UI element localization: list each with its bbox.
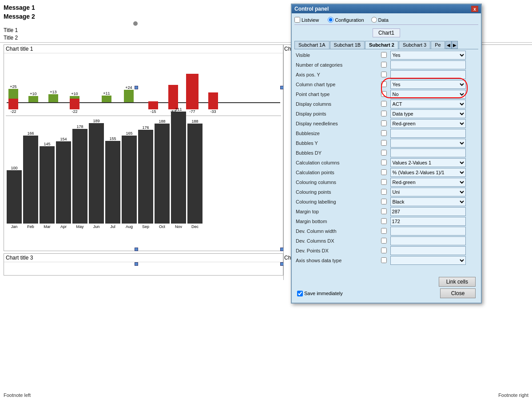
input-bubbles-dy[interactable] [390,148,466,157]
input-num-categories[interactable] [390,60,466,69]
cp-save-row: Save immediately Close [297,288,476,298]
close-icon[interactable]: x [471,6,478,12]
connector-dot-3 [135,248,138,251]
cb-colouring-points[interactable] [381,189,387,195]
select-point-chart-type[interactable]: NoYes [390,90,466,99]
select-bubbles-y[interactable] [390,139,466,148]
select-display-columns[interactable]: ACTData type [390,100,466,108]
chart-title-1: Chart title 1 [4,45,283,53]
input-margin-bottom[interactable] [390,217,466,226]
data-radio[interactable] [371,17,377,23]
cb-axis-shows-data-type[interactable] [381,257,387,263]
cb-margin-top[interactable] [381,208,387,214]
save-immediately-label[interactable]: Save immediately [297,291,343,296]
cp-top-options: Listview Configuration Data [294,15,478,25]
cb-dev-columns-dx[interactable] [381,238,387,244]
label-bubblesize: Bubblesize [294,128,379,138]
bar-jan: 100 Jan [7,166,22,229]
row-calc-columns: Calculation columns Values 2-Values 1 [294,158,478,168]
footnote-right: Footnote right [498,392,528,398]
select-column-chart-type[interactable]: YesNo [390,80,466,89]
link-cells-button[interactable]: Link cells [439,277,476,287]
label-dev-columns-dx: Dev. Columns DX [294,236,379,246]
cb-axis-pos-y[interactable] [381,72,387,77]
select-axis-shows-data-type[interactable] [390,256,466,265]
select-calc-points[interactable]: % (Values 2-Values 1)/1 [390,168,466,177]
select-colouring-columns[interactable]: Red-green [390,178,466,187]
configuration-radio[interactable] [328,17,333,23]
cb-display-needlelines[interactable] [381,120,387,126]
label-point-chart-type: Point chart type [294,89,379,99]
row-colouring-points: Colouring points Uni [294,187,478,197]
close-button[interactable]: Close [440,288,476,298]
listview-checkbox-label[interactable]: Listview [294,17,319,23]
tab-subchart-1a[interactable]: Subchart 1A [294,41,330,49]
data-radio-label[interactable]: Data [371,17,389,23]
input-dev-columns-dx[interactable] [390,236,466,245]
listview-checkbox[interactable] [294,17,300,23]
subchart-tabs: Subchart 1A Subchart 1B Subchart 2 Subch… [294,41,478,49]
input-bubblesize[interactable] [390,129,466,138]
tab-nav-left[interactable]: ◀ [445,41,452,49]
config-table: Visible YesNo Number of categories [294,50,478,265]
cb-display-points[interactable] [381,111,387,116]
bar-dec: 188 Dec [187,119,202,229]
select-colouring-points[interactable]: Uni [390,188,466,196]
tab-subchart-3[interactable]: Subchart 3 [399,41,430,49]
cb-margin-bottom[interactable] [381,218,387,224]
title-2: Title 2 [4,34,18,42]
cb-bubbles-y[interactable] [381,140,387,146]
waterfall-baseline [7,102,280,103]
wf-bar-6: -22 [70,99,79,114]
label-dev-col-width: Dev. Column width [294,226,379,236]
cb-dev-col-width[interactable] [381,228,387,234]
cb-colouring-labelling[interactable] [381,199,387,204]
tab-subchart-1b[interactable]: Subchart 1B [330,41,365,49]
label-calc-points: Calculation points [294,168,379,177]
input-dev-col-width[interactable] [390,227,466,236]
bar-jul: 155 Jul [105,136,120,229]
select-visible[interactable]: YesNo [390,51,466,60]
label-num-categories: Number of categories [294,60,379,70]
row-colouring-columns: Colouring columns Red-green [294,177,478,187]
configuration-radio-label[interactable]: Configuration [328,17,364,23]
wf-bar-3: +10 [28,92,38,102]
select-calc-columns[interactable]: Values 2-Values 1 [390,158,466,167]
chart-tab[interactable]: Chart1 [373,28,400,37]
tab-pe[interactable]: Pe [431,41,445,49]
cb-visible[interactable] [381,52,387,58]
cb-calc-points[interactable] [381,169,387,175]
cb-dev-points-dx[interactable] [381,248,387,253]
tab-subchart-2[interactable]: Subchart 2 [365,41,398,49]
label-calc-columns: Calculation columns [294,158,379,168]
cb-num-categories[interactable] [381,62,387,68]
cb-display-columns[interactable] [381,101,387,107]
input-margin-top[interactable] [390,207,466,216]
message-2: Message 2 [4,12,35,21]
input-dev-points-dx[interactable] [390,246,466,255]
select-colouring-labelling[interactable]: Black [390,197,466,206]
bar-chart: 100 Jan 166 Feb 145 Mar 154 Apr [4,116,283,245]
select-display-points[interactable]: Data type [390,109,466,118]
row-column-chart-type: Column chart type YesNo [294,80,478,89]
connector-dot-1 [135,86,138,89]
bar-sep: 176 Sep [138,125,153,229]
cb-calc-columns[interactable] [381,160,387,165]
row-dev-points-dx: Dev. Points DX [294,246,478,256]
cb-point-chart-type[interactable] [381,91,387,97]
select-display-needlelines[interactable]: Red-green [390,119,466,128]
save-immediately-checkbox[interactable] [297,291,303,296]
cb-bubbles-dy[interactable] [381,150,387,156]
label-dev-points-dx: Dev. Points DX [294,246,379,256]
wf-bar-7: +11 [102,91,111,102]
label-colouring-points: Colouring points [294,187,379,197]
spacer [294,265,478,274]
chart-title-3: Chart title 3 [4,254,283,262]
cb-bubblesize[interactable] [381,130,387,136]
messages-area: Message 1 Message 2 [4,4,35,21]
row-display-columns: Display columns ACTData type [294,99,478,109]
tab-nav-right[interactable]: ▶ [452,41,458,49]
input-axis-pos-y[interactable] [390,70,466,79]
cb-colouring-columns[interactable] [381,179,387,185]
cb-column-chart-type[interactable] [381,81,387,87]
